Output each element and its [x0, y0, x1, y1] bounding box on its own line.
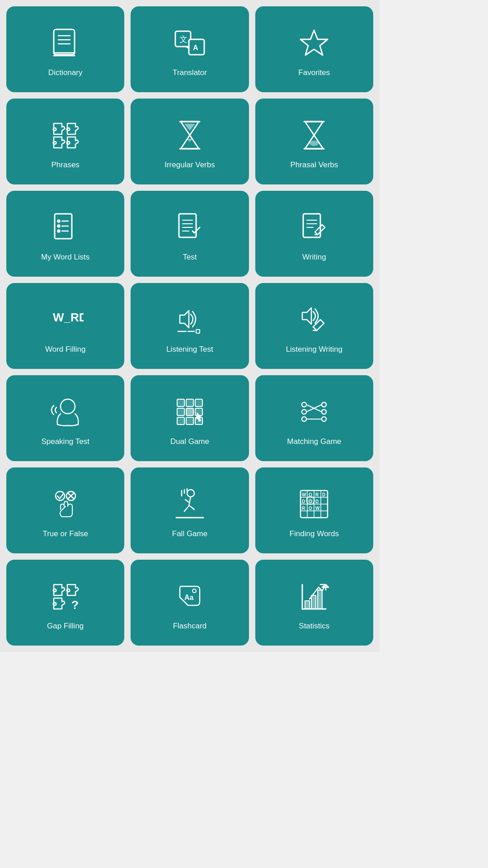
svg-text:Aa: Aa [184, 594, 194, 601]
card-favorites[interactable]: Favorites [255, 6, 373, 92]
card-dual-game[interactable]: Dual Game [131, 375, 249, 461]
card-flashcard[interactable]: Aa Flashcard [131, 560, 249, 646]
favorites-icon [294, 23, 334, 63]
irregular-verbs-icon [169, 115, 210, 156]
word-filling-label: Word Filling [45, 344, 85, 354]
card-listening-test[interactable]: Listening Test [131, 283, 249, 369]
statistics-label: Statistics [299, 621, 329, 631]
svg-marker-40 [302, 308, 311, 324]
svg-text:文: 文 [179, 35, 188, 44]
svg-point-57 [322, 417, 326, 421]
svg-point-54 [302, 417, 306, 421]
matching-game-label: Matching Game [287, 437, 341, 447]
flashcard-icon: Aa [169, 576, 210, 617]
svg-point-89 [192, 589, 196, 593]
writing-icon [294, 207, 334, 248]
card-matching-game[interactable]: Matching Game [255, 375, 373, 461]
svg-line-29 [192, 231, 194, 233]
svg-text:R: R [315, 492, 319, 497]
svg-rect-39 [196, 330, 200, 333]
writing-label: Writing [302, 252, 326, 262]
test-label: Test [183, 252, 197, 262]
flashcard-label: Flashcard [173, 621, 207, 631]
card-finding-words[interactable]: W O R D D O D R O W Finding Words [255, 467, 373, 553]
dictionary-icon [45, 23, 86, 63]
phrasal-verbs-label: Phrasal Verbs [290, 160, 338, 170]
matching-game-icon [294, 392, 334, 432]
svg-text:D: D [322, 492, 325, 497]
card-dictionary[interactable]: Dictionary [6, 6, 124, 92]
svg-point-53 [302, 410, 306, 414]
listening-writing-icon [294, 299, 334, 340]
word-filling-icon: W_RD [45, 299, 86, 340]
svg-marker-36 [180, 311, 189, 328]
card-my-word-lists[interactable]: My Word Lists [6, 191, 124, 277]
svg-text:D: D [302, 499, 305, 504]
listening-test-icon [169, 299, 210, 340]
gap-filling-label: Gap Filling [47, 621, 84, 631]
card-irregular-verbs[interactable]: Irregular Verbs [131, 99, 249, 184]
svg-point-17 [57, 220, 60, 222]
dictionary-label: Dictionary [48, 68, 83, 78]
svg-point-55 [322, 402, 326, 407]
listening-writing-label: Listening Writing [286, 344, 343, 354]
listening-test-label: Listening Test [166, 344, 213, 354]
svg-line-28 [194, 227, 200, 233]
svg-text:A: A [193, 44, 198, 52]
card-speaking-test[interactable]: Speaking Test [6, 375, 124, 461]
svg-rect-95 [318, 590, 322, 609]
my-word-lists-label: My Word Lists [41, 252, 89, 262]
svg-rect-47 [186, 408, 193, 415]
irregular-verbs-label: Irregular Verbs [164, 160, 215, 170]
svg-point-19 [57, 225, 60, 227]
svg-text:W: W [315, 506, 320, 511]
svg-point-56 [322, 410, 326, 414]
fall-game-label: Fall Game [172, 529, 207, 539]
phrases-label: Phrases [51, 160, 79, 170]
finding-words-icon: W O R D D O D R O W [294, 484, 334, 524]
svg-rect-43 [177, 399, 184, 406]
svg-rect-46 [177, 408, 184, 415]
svg-rect-0 [54, 29, 75, 55]
phrases-icon [45, 115, 86, 156]
svg-point-42 [61, 399, 75, 414]
speaking-test-icon [45, 392, 86, 432]
card-writing[interactable]: Writing [255, 191, 373, 277]
translator-label: Translator [173, 68, 207, 78]
card-true-or-false[interactable]: True or False [6, 467, 124, 553]
statistics-icon [294, 576, 334, 617]
card-fall-game[interactable]: Fall Game [131, 467, 249, 553]
favorites-label: Favorites [298, 68, 330, 78]
gap-filling-icon: ? [45, 576, 86, 617]
svg-text:?: ? [71, 598, 79, 612]
card-listening-writing[interactable]: Listening Writing [255, 283, 373, 369]
phrasal-verbs-icon [294, 115, 334, 156]
card-phrases[interactable]: Phrases [6, 99, 124, 184]
card-statistics[interactable]: Statistics [255, 560, 373, 646]
dual-game-icon [169, 392, 210, 432]
card-translator[interactable]: 文 A Translator [131, 6, 249, 92]
svg-rect-23 [179, 214, 196, 237]
card-phrasal-verbs[interactable]: Phrasal Verbs [255, 99, 373, 184]
svg-rect-50 [186, 417, 193, 425]
card-word-filling[interactable]: W_RD Word Filling [6, 283, 124, 369]
svg-rect-49 [177, 417, 184, 425]
svg-text:D: D [315, 499, 319, 504]
svg-marker-10 [300, 30, 328, 55]
svg-point-65 [187, 490, 194, 497]
svg-text:O: O [309, 506, 312, 511]
fall-game-icon [169, 484, 210, 524]
svg-point-21 [57, 230, 60, 232]
svg-rect-44 [186, 399, 193, 406]
translator-icon: 文 A [169, 23, 210, 63]
my-word-lists-icon [45, 207, 86, 248]
card-gap-filling[interactable]: ? Gap Filling [6, 560, 124, 646]
true-or-false-label: True or False [42, 529, 88, 539]
app-grid: Dictionary 文 A Translator Favorites [0, 0, 380, 652]
svg-text:R: R [302, 506, 305, 511]
card-test[interactable]: Test [131, 191, 249, 277]
finding-words-label: Finding Words [290, 529, 339, 539]
true-or-false-icon [45, 484, 86, 524]
dual-game-label: Dual Game [170, 437, 209, 447]
svg-point-15 [310, 141, 319, 146]
